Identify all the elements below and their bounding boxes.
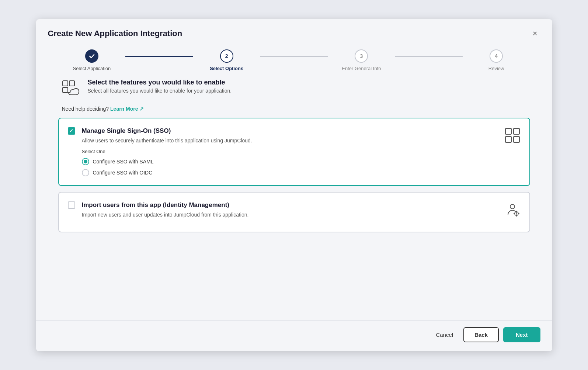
close-button[interactable]: × bbox=[530, 28, 540, 39]
identity-option-card[interactable]: Import users from this app (Identity Man… bbox=[58, 192, 530, 232]
identity-icon bbox=[504, 201, 521, 219]
identity-card-content: Import users from this app (Identity Man… bbox=[82, 201, 521, 223]
sso-icon bbox=[504, 127, 521, 145]
identity-title: Import users from this app (Identity Man… bbox=[82, 201, 521, 209]
sso-option-card[interactable]: Manage Single Sign-On (SSO) Allow users … bbox=[58, 118, 530, 186]
oidc-radio-circle bbox=[82, 169, 89, 176]
svg-rect-4 bbox=[514, 128, 519, 134]
next-button[interactable]: Next bbox=[503, 327, 540, 342]
step-2-circle: 2 bbox=[220, 49, 233, 63]
svg-rect-6 bbox=[514, 136, 519, 142]
step-1: Select Application bbox=[58, 49, 126, 71]
step-1-label: Select Application bbox=[73, 66, 111, 71]
sso-title: Manage Single Sign-On (SSO) bbox=[82, 127, 521, 135]
connector-1-2 bbox=[125, 56, 193, 57]
oidc-label: Configure SSO with OIDC bbox=[93, 170, 153, 176]
section-intro: Select the features you would like to en… bbox=[58, 79, 530, 99]
step-3: 3 Enter General Info bbox=[328, 49, 395, 71]
svg-rect-3 bbox=[505, 128, 511, 134]
connector-3-4 bbox=[395, 56, 463, 57]
modal-footer: Cancel Back Next bbox=[36, 320, 552, 351]
help-text: Need help deciding? bbox=[62, 106, 109, 112]
step-4-circle: 4 bbox=[490, 49, 503, 63]
section-heading: Select the features you would like to en… bbox=[88, 79, 232, 86]
identity-description: Import new users and user updates into J… bbox=[82, 212, 521, 218]
svg-rect-1 bbox=[69, 81, 74, 86]
identity-checkbox[interactable] bbox=[68, 201, 75, 209]
saml-radio-option[interactable]: Configure SSO with SAML bbox=[82, 158, 521, 165]
saml-label: Configure SSO with SAML bbox=[93, 159, 154, 165]
modal-body: Select the features you would like to en… bbox=[36, 75, 552, 320]
connector-2-3 bbox=[260, 56, 328, 57]
step-2: 2 Select Options bbox=[193, 49, 260, 71]
select-one-label: Select One bbox=[82, 149, 521, 154]
svg-rect-5 bbox=[505, 136, 511, 142]
modal-container: Create New Application Integration × Sel… bbox=[36, 19, 552, 351]
app-features-icon bbox=[62, 80, 81, 99]
learn-more-link[interactable]: Learn More ↗ bbox=[110, 106, 144, 112]
sso-radio-group: Configure SSO with SAML Configure SSO wi… bbox=[82, 158, 521, 176]
step-3-label: Enter General Info bbox=[342, 66, 381, 71]
sso-checkbox[interactable] bbox=[68, 127, 75, 135]
sso-description: Allow users to securely authenticate int… bbox=[82, 138, 521, 143]
section-intro-text: Select the features you would like to en… bbox=[88, 79, 232, 94]
section-subheading: Select all features you would like to en… bbox=[88, 88, 232, 94]
learn-more-row: Need help deciding? Learn More ↗ bbox=[62, 106, 530, 112]
step-2-label: Select Options bbox=[210, 66, 243, 71]
step-4: 4 Review bbox=[463, 49, 530, 71]
stepper: Select Application 2 Select Options 3 En… bbox=[36, 39, 552, 75]
back-button[interactable]: Back bbox=[463, 327, 499, 342]
cancel-button[interactable]: Cancel bbox=[430, 328, 459, 342]
modal-title: Create New Application Integration bbox=[48, 29, 182, 38]
step-4-label: Review bbox=[488, 66, 504, 71]
step-3-circle: 3 bbox=[355, 49, 368, 63]
svg-rect-0 bbox=[63, 81, 68, 86]
sso-card-content: Manage Single Sign-On (SSO) Allow users … bbox=[82, 127, 521, 176]
svg-point-7 bbox=[510, 204, 515, 209]
svg-rect-2 bbox=[63, 87, 68, 93]
step-1-circle bbox=[85, 49, 98, 63]
oidc-radio-option[interactable]: Configure SSO with OIDC bbox=[82, 169, 521, 176]
modal-header: Create New Application Integration × bbox=[36, 19, 552, 39]
saml-radio-circle bbox=[82, 158, 89, 165]
